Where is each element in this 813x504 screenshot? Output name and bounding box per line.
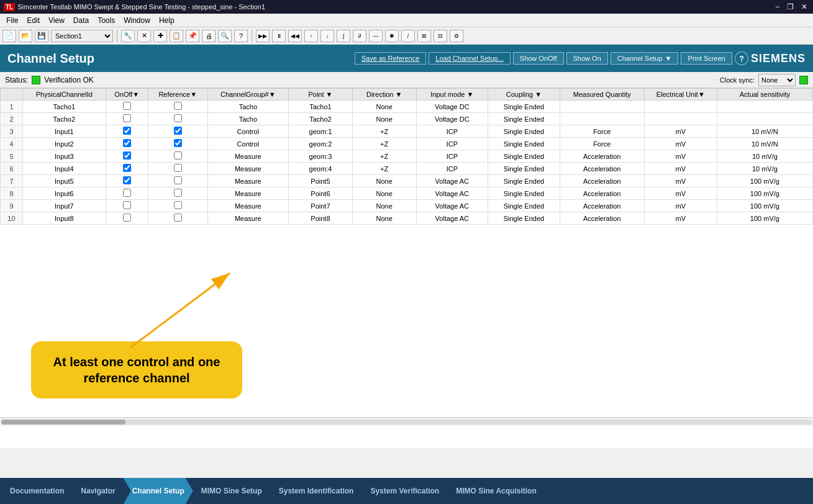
cell-onoff[interactable] — [106, 150, 148, 163]
restore-button[interactable]: ❐ — [785, 2, 796, 11]
cell-onoff[interactable] — [106, 163, 148, 175]
toolbar-save[interactable]: 💾 — [35, 30, 48, 42]
reference-checkbox[interactable] — [174, 164, 182, 172]
nav-mimo-sine-setup[interactable]: MIMO Sine Setup — [193, 478, 271, 504]
onoff-checkbox[interactable] — [123, 114, 131, 122]
toolbar-sig1[interactable]: ▶▶ — [256, 30, 270, 42]
toolbar-sig4[interactable]: ↑ — [304, 30, 318, 42]
table-row[interactable]: 7 Input5 Measure Point5 None Voltage AC … — [1, 175, 813, 187]
cell-reference[interactable] — [148, 150, 207, 163]
cell-reference[interactable] — [148, 163, 207, 175]
col-inputmode[interactable]: Input mode ▼ — [416, 89, 488, 101]
show-onoff-button[interactable]: Show OnOff — [513, 52, 564, 65]
col-measquantity[interactable]: Measured Quantity — [560, 89, 644, 101]
menu-edit[interactable]: Edit — [23, 15, 43, 26]
save-as-reference-button[interactable]: Save as Reference — [355, 52, 427, 65]
toolbar-open[interactable]: 📂 — [19, 30, 32, 42]
nav-mimo-sine-acquisition[interactable]: MIMO Sine Acquisition — [447, 478, 545, 504]
table-row[interactable]: 3 Input1 Control geom:1 +Z ICP Single En… — [1, 125, 813, 138]
cell-reference[interactable] — [148, 138, 207, 150]
menu-window[interactable]: Window — [120, 15, 154, 26]
cell-reference[interactable] — [148, 200, 207, 212]
col-reference[interactable]: Reference▼ — [148, 89, 207, 101]
menu-tools[interactable]: Tools — [94, 15, 119, 26]
toolbar-help-btn[interactable]: ? — [234, 30, 248, 42]
col-actualsens[interactable]: Actual sensitivity — [717, 89, 812, 101]
onoff-checkbox[interactable] — [123, 127, 131, 135]
table-row[interactable]: 10 Input8 Measure Point8 None Voltage AC… — [1, 212, 813, 225]
scrollbar-thumb[interactable] — [1, 420, 125, 425]
toolbar-btn7[interactable]: 🖨 — [202, 30, 216, 42]
reference-checkbox[interactable] — [174, 176, 182, 184]
load-channel-setup-button[interactable]: Load Channel Setup... — [429, 52, 510, 65]
toolbar-sig6[interactable]: ∫ — [337, 30, 350, 42]
onoff-checkbox[interactable] — [123, 139, 131, 147]
toolbar-btn5[interactable]: 📋 — [170, 30, 183, 42]
cell-reference[interactable] — [148, 101, 207, 113]
reference-checkbox[interactable] — [174, 214, 182, 222]
toolbar-sig13[interactable]: ⚙ — [450, 30, 463, 42]
print-screen-button[interactable]: Print Screen — [681, 52, 732, 65]
onoff-checkbox[interactable] — [123, 176, 131, 184]
reference-checkbox[interactable] — [174, 102, 182, 110]
toolbar-sig10[interactable]: / — [401, 30, 415, 42]
clock-sync-select[interactable]: None — [758, 74, 796, 86]
nav-documentation[interactable]: Documentation — [0, 478, 73, 504]
onoff-checkbox[interactable] — [123, 201, 131, 209]
table-row[interactable]: 1 Tacho1 Tacho Tacho1 None Voltage DC Si… — [1, 101, 813, 113]
reference-checkbox[interactable] — [174, 189, 182, 197]
cell-reference[interactable] — [148, 125, 207, 138]
close-button[interactable]: ✕ — [799, 2, 809, 11]
show-on-button[interactable]: Show On — [566, 52, 608, 65]
cell-onoff[interactable] — [106, 113, 148, 125]
table-row[interactable]: 4 Input2 Control geom:2 +Z ICP Single En… — [1, 138, 813, 150]
cell-reference[interactable] — [148, 187, 207, 200]
cell-onoff[interactable] — [106, 187, 148, 200]
nav-system-identification[interactable]: System Identification — [270, 478, 363, 504]
col-coupling[interactable]: Coupling ▼ — [488, 89, 560, 101]
onoff-checkbox[interactable] — [123, 189, 131, 197]
menu-view[interactable]: View — [45, 15, 68, 26]
toolbar-btn3[interactable]: ✕ — [137, 30, 151, 42]
table-row[interactable]: 9 Input7 Measure Point7 None Voltage AC … — [1, 200, 813, 212]
onoff-checkbox[interactable] — [123, 151, 131, 160]
col-onoff[interactable]: OnOff▼ — [106, 89, 148, 101]
table-row[interactable]: 6 Input4 Measure geom:4 +Z ICP Single En… — [1, 163, 813, 175]
section-dropdown[interactable]: Section1 — [51, 30, 113, 42]
toolbar-sig12[interactable]: ⊟ — [434, 30, 447, 42]
col-elunit[interactable]: Electrical Unit▼ — [644, 89, 717, 101]
toolbar-sig3[interactable]: ◀◀ — [288, 30, 302, 42]
reference-checkbox[interactable] — [174, 201, 182, 209]
cell-onoff[interactable] — [106, 212, 148, 225]
horizontal-scrollbar[interactable] — [0, 417, 813, 426]
cell-onoff[interactable] — [106, 138, 148, 150]
onoff-checkbox[interactable] — [123, 102, 131, 110]
toolbar-sig9[interactable]: ✱ — [385, 30, 399, 42]
cell-onoff[interactable] — [106, 101, 148, 113]
cell-reference[interactable] — [148, 212, 207, 225]
toolbar-sig5[interactable]: ↓ — [320, 30, 334, 42]
cell-onoff[interactable] — [106, 125, 148, 138]
menu-file[interactable]: File — [2, 15, 22, 26]
nav-channel-setup[interactable]: Channel Setup — [124, 478, 193, 504]
cell-onoff[interactable] — [106, 200, 148, 212]
cell-reference[interactable] — [148, 175, 207, 187]
toolbar-btn2[interactable]: 🔧 — [121, 30, 135, 42]
toolbar-sig7[interactable]: ∂ — [353, 30, 366, 42]
toolbar-btn4[interactable]: ✚ — [153, 30, 167, 42]
table-row[interactable]: 2 Tacho2 Tacho Tacho2 None Voltage DC Si… — [1, 113, 813, 125]
col-channelgroup[interactable]: ChannelGroup#▼ — [207, 89, 288, 101]
reference-checkbox[interactable] — [174, 151, 182, 160]
nav-system-verification[interactable]: System Verification — [361, 478, 448, 504]
nav-navigator[interactable]: Navigator — [72, 478, 124, 504]
col-physid[interactable]: PhysicalChannelId — [22, 89, 106, 101]
reference-checkbox[interactable] — [174, 127, 182, 135]
table-row[interactable]: 5 Input3 Measure geom:3 +Z ICP Single En… — [1, 150, 813, 163]
reference-checkbox[interactable] — [174, 114, 182, 122]
onoff-checkbox[interactable] — [123, 214, 131, 222]
toolbar-sig11[interactable]: ⊞ — [417, 30, 431, 42]
toolbar-sig2[interactable]: ⏸ — [272, 30, 286, 42]
cell-onoff[interactable] — [106, 175, 148, 187]
help-button[interactable]: ? — [735, 52, 748, 65]
toolbar-btn6[interactable]: 📌 — [186, 30, 199, 42]
